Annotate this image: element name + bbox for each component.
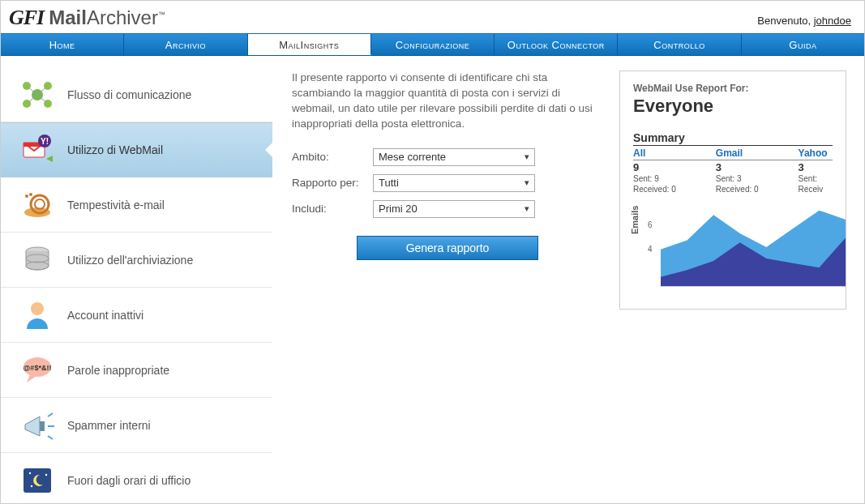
webmail-icon: Y! bbox=[20, 133, 54, 167]
sidebar-item-label: Utilizzo di WebMail bbox=[67, 143, 163, 156]
summary-header: Summary bbox=[633, 131, 833, 146]
scope-select[interactable]: Mese corrente bbox=[373, 148, 535, 166]
sidebar-item-label: Parole inappropriate bbox=[67, 364, 169, 377]
sidebar-item-webmail[interactable]: Y! Utilizzo di WebMail bbox=[1, 122, 272, 177]
include-label: Includi: bbox=[292, 203, 373, 215]
nav-mailinsights[interactable]: MailInsights bbox=[248, 34, 371, 55]
user-icon bbox=[20, 298, 54, 332]
database-icon bbox=[20, 243, 54, 277]
night-icon bbox=[20, 463, 54, 498]
main-nav: Home Archivio MailInsights Configurazion… bbox=[1, 33, 864, 56]
sidebar-item-responsiveness[interactable]: Tempestività e-mail bbox=[1, 177, 272, 233]
generate-report-button[interactable]: Genera rapporto bbox=[357, 236, 538, 260]
svg-point-18 bbox=[29, 193, 32, 196]
svg-rect-27 bbox=[40, 421, 45, 431]
sidebar-item-inappropriate[interactable]: @#$*&!! Parole inappropriate bbox=[1, 343, 272, 398]
reportfor-label: Rapporto per: bbox=[292, 177, 373, 189]
snail-icon bbox=[20, 188, 54, 222]
svg-point-22 bbox=[31, 302, 44, 315]
nav-config[interactable]: Configurazione bbox=[371, 34, 495, 55]
sidebar-item-flow[interactable]: Flusso di comunicazione bbox=[1, 67, 272, 122]
network-icon bbox=[20, 78, 54, 112]
speech-bubble-icon: @#$*&!! bbox=[20, 353, 54, 387]
svg-point-34 bbox=[31, 485, 32, 486]
preview-subtitle: WebMail Use Report For: bbox=[633, 83, 833, 94]
svg-text:@#$*&!!: @#$*&!! bbox=[24, 364, 52, 372]
sidebar-item-storage[interactable]: Utilizzo dell'archiviazione bbox=[1, 233, 272, 288]
sidebar-item-label: Account inattivi bbox=[67, 309, 143, 322]
nav-control[interactable]: Controllo bbox=[618, 34, 741, 55]
welcome-text: Benvenuto, johndoe bbox=[757, 15, 851, 30]
svg-line-30 bbox=[48, 436, 53, 439]
sidebar-item-label: Fuori dagli orari di ufficio bbox=[67, 474, 191, 487]
preview-title: Everyone bbox=[633, 96, 833, 117]
sidebar-item-label: Flusso di comunicazione bbox=[67, 88, 191, 101]
megaphone-icon bbox=[20, 408, 54, 442]
summary-col-yahoo: Yahoo 3 Sent: Receiv bbox=[799, 147, 833, 194]
report-preview-panel: WebMail Use Report For: Everyone Summary… bbox=[619, 70, 846, 310]
svg-point-32 bbox=[29, 472, 31, 473]
username-link[interactable]: johndoe bbox=[814, 15, 851, 27]
include-select[interactable]: Primi 20 bbox=[373, 200, 535, 218]
svg-rect-31 bbox=[24, 468, 51, 493]
scope-label: Ambito: bbox=[292, 151, 373, 163]
svg-point-17 bbox=[25, 194, 28, 198]
summary-col-all: All 9 Sent: 9 Received: 0 bbox=[633, 147, 716, 194]
summary-col-gmail: Gmail 3 Sent: 3 Received: 0 bbox=[716, 147, 799, 194]
svg-point-33 bbox=[45, 473, 47, 475]
nav-outlook[interactable]: Outlook Connector bbox=[495, 34, 618, 55]
emails-chart: Emails 6 4 bbox=[633, 206, 833, 287]
nav-home[interactable]: Home bbox=[1, 34, 124, 55]
sidebar-item-label: Tempestività e-mail bbox=[67, 199, 165, 211]
sidebar-item-afterhours[interactable]: Fuori dagli orari di ufficio bbox=[1, 453, 272, 504]
app-logo: GFI MailArchiver™ bbox=[9, 6, 165, 30]
svg-marker-26 bbox=[25, 416, 40, 436]
sidebar-item-inactive[interactable]: Account inattivi bbox=[1, 288, 272, 343]
nav-archive[interactable]: Archivio bbox=[124, 34, 247, 55]
report-description: Il presente rapporto vi consente di iden… bbox=[292, 70, 603, 132]
sidebar-item-label: Utilizzo dell'archiviazione bbox=[67, 254, 193, 267]
sidebar: Flusso di comunicazione Y! Utilizzo di W… bbox=[1, 56, 272, 502]
reportfor-select[interactable]: Tutti bbox=[373, 174, 535, 192]
nav-guide[interactable]: Guida bbox=[742, 34, 864, 55]
sidebar-item-label: Spammer interni bbox=[67, 419, 151, 432]
sidebar-item-spammers[interactable]: Spammer interni bbox=[1, 398, 272, 453]
svg-text:Y!: Y! bbox=[41, 137, 49, 146]
svg-marker-13 bbox=[46, 156, 53, 162]
svg-line-28 bbox=[48, 413, 53, 416]
